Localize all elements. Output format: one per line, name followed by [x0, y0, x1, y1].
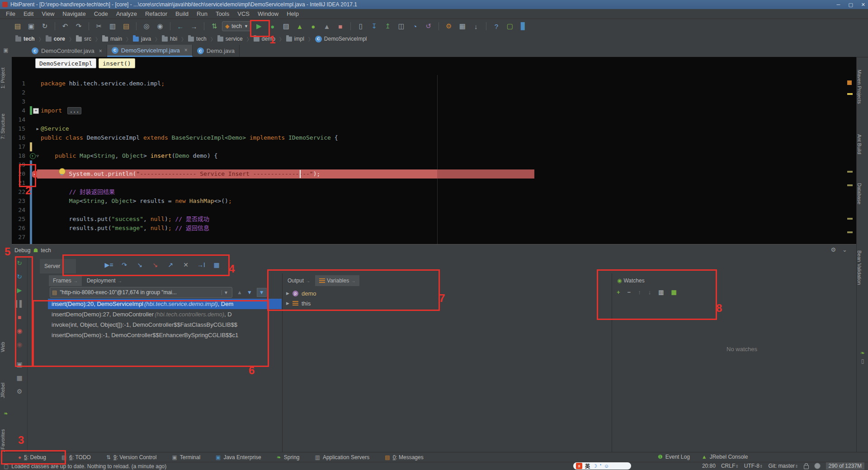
menu-build[interactable]: Build	[171, 10, 193, 17]
project-tool-icon[interactable]: ▣	[0, 46, 12, 54]
settings-icon[interactable]: ⚙	[12, 385, 27, 398]
line-number[interactable]: 24	[12, 206, 27, 215]
close-icon[interactable]: ×	[99, 48, 102, 54]
tool-button-java-enterprise[interactable]: ▣Java Enterprise	[216, 454, 261, 461]
help-icon[interactable]: ?	[491, 21, 502, 31]
menu-analyze[interactable]: Analyze	[112, 10, 141, 17]
breadcrumb-item-tech[interactable]: tech〉	[15, 35, 44, 42]
window-controls[interactable]: ─▢✕	[837, 0, 865, 9]
forward-icon[interactable]: →	[188, 21, 200, 31]
intention-bulb-icon[interactable]	[59, 168, 66, 175]
ime-punct-icon[interactable]: ’	[600, 463, 601, 469]
line-number[interactable]: 15	[12, 124, 27, 133]
gutter-icons[interactable]	[27, 88, 40, 97]
code-line-19[interactable]: 19	[12, 160, 847, 169]
modules-icon[interactable]: ▦	[457, 21, 468, 31]
chevron-down-icon[interactable]: ▼	[244, 24, 248, 28]
breadcrumb-chip-method[interactable]: insert()	[99, 58, 135, 68]
caret-position[interactable]: 20:80	[702, 463, 716, 469]
sogou-icon[interactable]: S	[576, 463, 582, 469]
menu-file[interactable]: File	[2, 10, 19, 17]
copy-icon[interactable]: ▥	[107, 21, 118, 31]
code-line-25[interactable]: 25 results.put("success", null); // 是否成功	[12, 215, 847, 224]
gutter-icons[interactable]	[27, 224, 40, 233]
line-number[interactable]: 16	[12, 133, 27, 142]
code-line-16[interactable]: 16public class DemoServiceImpl extends B…	[12, 133, 847, 142]
fold-collapse-icon[interactable]: ▽	[37, 151, 39, 160]
tab-democontroller-java[interactable]: CDemoController.java×	[27, 45, 107, 57]
tool-button-9-version-control[interactable]: ⇅9: Version Control	[106, 454, 156, 461]
filter-icon[interactable]: ▼	[257, 288, 267, 297]
breadcrumb-item-core[interactable]: core〉	[46, 35, 74, 42]
gutter-icons[interactable]: +	[27, 106, 40, 115]
layout-icon[interactable]: ▦	[12, 371, 27, 385]
stripe-item-web[interactable]: Web	[0, 328, 5, 366]
breadcrumb-item-main[interactable]: main〉	[102, 35, 131, 42]
code-line-24[interactable]: 24	[12, 206, 847, 215]
download-icon[interactable]: ↓	[470, 21, 482, 31]
line-number[interactable]: 1	[12, 79, 27, 88]
history-icon[interactable]: ◔	[409, 21, 421, 31]
code-line-22[interactable]: 22 // 封装返回结果	[12, 188, 847, 197]
debug-session-name[interactable]: tech	[41, 247, 51, 254]
thread-selector[interactable]: ▤ "http-nio-8080-exec-10"@17,674 in grou…	[50, 287, 232, 298]
tab-deployment[interactable]: Deployment→	[83, 275, 126, 286]
replace-icon[interactable]: ◉	[154, 21, 166, 31]
tool-button-spring[interactable]: ❧Spring	[277, 454, 300, 461]
line-number[interactable]: 14	[12, 115, 27, 124]
stop-icon[interactable]: ■	[335, 21, 346, 31]
code-line-15[interactable]: 15▶@Service	[12, 124, 847, 133]
line-number[interactable]: 23	[12, 197, 27, 206]
breadcrumb-item-hbi[interactable]: hbi〉	[162, 35, 186, 42]
tool-button-jrebel-console[interactable]: ▲JRebel Console	[702, 454, 748, 460]
line-number[interactable]: 27	[12, 233, 27, 242]
line-number[interactable]: 2	[12, 88, 27, 97]
menu-run[interactable]: Run	[193, 10, 212, 17]
error-stripe-mark[interactable]	[847, 93, 853, 95]
line-number[interactable]: 22	[12, 188, 27, 197]
paste-icon[interactable]: ▤	[120, 21, 132, 31]
rollback-icon[interactable]: ↺	[423, 21, 434, 31]
code-line-3[interactable]: 3	[12, 97, 847, 106]
breadcrumb-item-impl[interactable]: impl〉	[286, 35, 313, 42]
gutter-icons[interactable]	[27, 206, 40, 215]
tool-button-terminal[interactable]: ▣Terminal	[172, 454, 200, 461]
menu-help[interactable]: Help	[283, 10, 303, 17]
menu-refactor[interactable]: Refactor	[141, 10, 171, 17]
ime-moon-icon[interactable]: ☽	[593, 463, 597, 469]
menu-edit[interactable]: Edit	[19, 10, 38, 17]
tab-demoserviceimpl-java[interactable]: CDemoServiceImpl.java×	[107, 45, 193, 57]
breadcrumb-item-service[interactable]: service〉	[217, 35, 252, 42]
device-icon[interactable]: ▯	[355, 21, 367, 31]
stripe-item-jrebel[interactable]: JRebel	[0, 371, 5, 409]
error-stripe-todo-mark[interactable]	[847, 80, 852, 85]
changes-icon[interactable]: ◫	[396, 21, 407, 31]
vcs-commit-icon[interactable]: ↥	[382, 21, 394, 31]
jrebel-debug-icon[interactable]: ●	[307, 21, 319, 31]
stripe-item-1-project[interactable]: 1: Project	[0, 59, 5, 98]
stripe-item-ant-build[interactable]: Ant Build	[857, 125, 862, 164]
gutter-icons[interactable]: ▶	[27, 124, 40, 133]
debug-header-actions[interactable]: ⚙⌄	[830, 246, 847, 253]
vcs-update-icon[interactable]: ↧	[368, 21, 380, 31]
gutter-icons[interactable]	[27, 142, 40, 151]
breadcrumb-item-tech[interactable]: tech〉	[188, 35, 216, 42]
menu-view[interactable]: View	[38, 10, 58, 17]
code-line-26[interactable]: 26 results.put("message", null); // 返回信息	[12, 224, 847, 233]
lock-icon[interactable]	[804, 465, 809, 469]
gutter-icons[interactable]	[27, 133, 40, 142]
code-line-2[interactable]: 2	[12, 88, 847, 97]
ime-bar[interactable]: S 英 ☽ ’ ☺	[573, 462, 631, 470]
code-line-17[interactable]: 17	[12, 142, 847, 151]
breadcrumb-chip-class[interactable]: DemoServiceImpl	[35, 58, 96, 68]
cut-icon[interactable]: ✂	[93, 21, 105, 31]
close-icon[interactable]: ×	[184, 47, 188, 53]
ime-smiley-icon[interactable]: ☺	[604, 463, 609, 469]
memory-indicator[interactable]: 290 of 1237M	[826, 462, 864, 470]
tab-frames[interactable]: Frames→	[49, 275, 82, 286]
chevron-down-icon[interactable]: ▼	[222, 290, 230, 295]
error-stripe-mark[interactable]	[847, 218, 853, 220]
implementing-method-icon[interactable]: ↑	[30, 153, 36, 159]
stripe-item-maven-projects[interactable]: Maven Projects	[857, 60, 862, 114]
sync-icon[interactable]: ↻	[39, 21, 51, 31]
